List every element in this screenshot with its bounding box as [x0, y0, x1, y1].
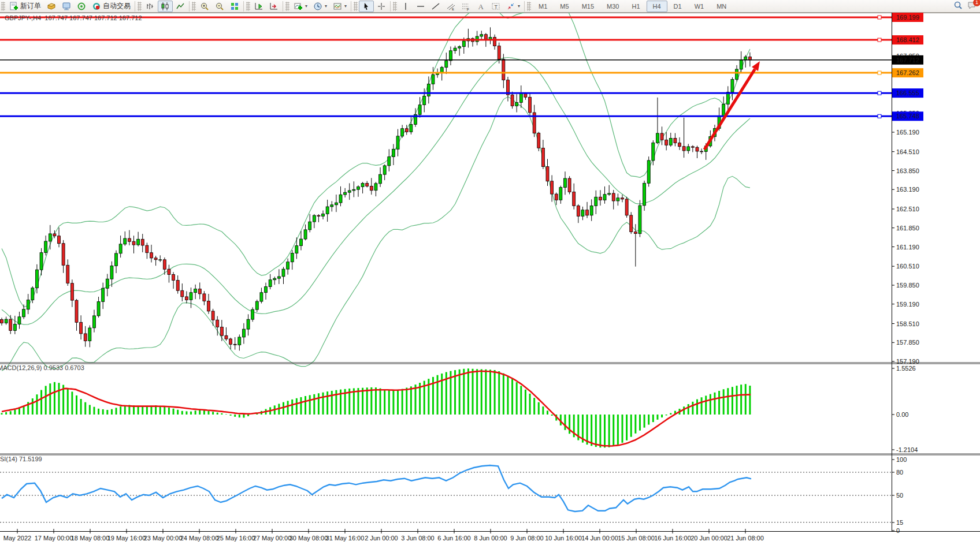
autotrading-button[interactable]: 自动交易: [89, 1, 133, 12]
robot-icon: [92, 2, 101, 11]
chart-plus-icon: [294, 2, 303, 11]
timeframe-h1-label: H1: [628, 3, 643, 10]
pivot-handle[interactable]: [878, 71, 881, 74]
svg-text:F: F: [467, 7, 469, 11]
price-tick-label: 161.850: [896, 225, 919, 232]
indicator-icon: [333, 2, 342, 11]
candles-icon: [161, 2, 170, 11]
cursor-button[interactable]: [359, 1, 374, 12]
toolbar-drag-handle[interactable]: [393, 2, 397, 11]
indicators-button[interactable]: ▾: [330, 1, 350, 12]
textA-icon: A: [476, 2, 485, 11]
data-window-button[interactable]: [59, 1, 74, 12]
timeframe-w1[interactable]: W1: [688, 1, 711, 12]
vertical-line-button[interactable]: [398, 1, 413, 12]
resistance-1-handle[interactable]: [878, 16, 881, 19]
line-chart-button[interactable]: [173, 1, 188, 12]
toolbar-drag-handle[interactable]: [138, 2, 142, 11]
green-signal-icon: [77, 2, 86, 11]
trendline-button[interactable]: [428, 1, 443, 12]
timeframe-m1[interactable]: M1: [532, 1, 554, 12]
chart-shift-button[interactable]: [266, 1, 281, 12]
toolbar-separator: [351, 1, 351, 12]
time-tick-label: 30 May 08:00: [289, 535, 328, 542]
arrows-button[interactable]: ▾: [503, 1, 523, 12]
rsi-axis-label: 100: [896, 456, 907, 463]
market-watch-button[interactable]: [44, 1, 59, 12]
timeframe-h4[interactable]: H4: [647, 1, 667, 12]
svg-text:A: A: [478, 2, 484, 11]
toolbar-drag-handle[interactable]: [1, 2, 5, 11]
toolbar-drag-handle[interactable]: [192, 2, 196, 11]
text-button[interactable]: A: [473, 1, 488, 12]
price-badge-label: 167.712: [896, 57, 919, 64]
toolbar-drag-handle[interactable]: [527, 2, 531, 11]
clock-icon: [313, 2, 322, 11]
timeframe-m15[interactable]: M15: [576, 1, 600, 12]
timeframe-m30[interactable]: M30: [600, 1, 625, 12]
autotrading-button-label: 自动交易: [103, 1, 131, 11]
time-tick-label: 10 Jun 16:00: [545, 535, 582, 542]
toolbar-drag-handle[interactable]: [285, 2, 289, 11]
macd-axis-label: 1.5526: [896, 365, 916, 372]
strategy-tester-button[interactable]: [74, 1, 89, 12]
time-tick-label: 21 Jun 08:00: [727, 535, 764, 542]
new-chart-button[interactable]: ▾: [291, 1, 310, 12]
fibonacci-button[interactable]: F: [458, 1, 473, 12]
time-tick-label: 9 Jun 08:00: [510, 535, 544, 542]
new-order-button[interactable]: 新订单: [6, 1, 44, 12]
rsi-axis-label: 50: [896, 492, 903, 499]
dropdown-caret-icon: ▾: [305, 3, 307, 9]
timeframe-d1[interactable]: D1: [667, 1, 688, 12]
toolbar-drag-handle[interactable]: [246, 2, 250, 11]
support-1-handle[interactable]: [878, 91, 881, 95]
profiles-button[interactable]: ▾: [310, 1, 330, 12]
equidistant-channel-button[interactable]: E: [443, 1, 458, 12]
search-button[interactable]: [953, 1, 963, 12]
time-tick-label: 17 May 00:00: [35, 535, 73, 542]
price-badge-label: 169.199: [896, 14, 919, 21]
toolbar: 新订单自动交易▾▾▾EFAT▾M1M5M15M30H1H4D1W1MN1: [0, 0, 980, 13]
rsi-indicator-label: RSI(14) 71.5199: [0, 456, 42, 462]
zoom-out-icon: [215, 2, 224, 11]
toolbar-drag-handle[interactable]: [354, 2, 358, 11]
time-tick-label: 31 May 16:00: [326, 535, 365, 542]
price-tick-label: 159.190: [896, 301, 919, 308]
tile-windows-button[interactable]: [227, 1, 242, 12]
candlestick-button[interactable]: [158, 1, 173, 12]
time-tick-label: 27 May 00:00: [253, 535, 292, 542]
price-tick-label: 157.190: [896, 358, 919, 365]
time-tick-label: 14 Jun 00:00: [581, 535, 618, 542]
horizontal-line-button[interactable]: [413, 1, 428, 12]
price-tick-label: 161.190: [896, 244, 919, 251]
crosshair-button[interactable]: [374, 1, 389, 12]
text-label-button[interactable]: T: [488, 1, 503, 12]
zoom-out-button[interactable]: [212, 1, 227, 12]
price-tick-label: 163.190: [896, 186, 919, 193]
toolbar-separator: [524, 1, 525, 12]
resistance-2-handle[interactable]: [878, 38, 881, 42]
zoom-in-button[interactable]: [197, 1, 212, 12]
time-tick-label: 8 Jun 00:00: [474, 535, 507, 542]
notifications-button[interactable]: 1: [967, 1, 977, 12]
toolbar-separator: [390, 1, 391, 12]
time-tick-label: 6 Jun 16:00: [437, 535, 471, 542]
price-tick-label: 162.510: [896, 206, 919, 212]
support-2-handle[interactable]: [878, 114, 881, 118]
toolbar-separator: [189, 1, 190, 12]
timeframe-m5[interactable]: M5: [554, 1, 575, 12]
crosshair-icon: [377, 2, 386, 11]
timeframe-mn[interactable]: MN: [710, 1, 733, 12]
dropdown-caret-icon: ▾: [518, 3, 520, 9]
timeframe-h1[interactable]: H1: [625, 1, 646, 12]
timeframe-h4-label: H4: [649, 3, 665, 10]
rsi-axis-label: 0: [896, 527, 900, 534]
timeframe-m1-label: M1: [535, 3, 551, 10]
chart-area[interactable]: 167.850167.190166.530165.850165.190164.5…: [0, 0, 980, 545]
macd-axis-label: -1.2104: [896, 446, 918, 453]
doc-plus-icon: [9, 2, 18, 11]
rsi-axis-label: 80: [896, 469, 903, 476]
price-badge-label: 167.262: [896, 69, 919, 76]
bar-chart-button[interactable]: [143, 1, 158, 12]
auto-scroll-button[interactable]: [251, 1, 266, 12]
